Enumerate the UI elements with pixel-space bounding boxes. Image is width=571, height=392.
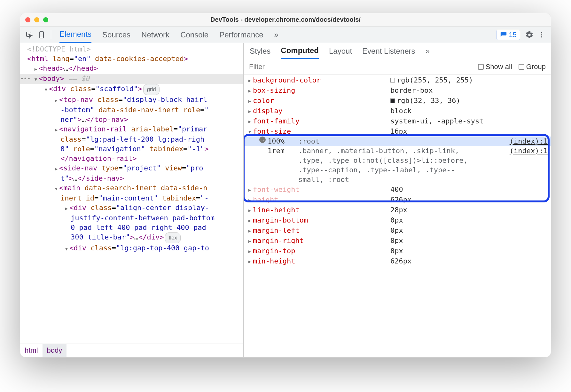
chevron-right-icon[interactable] [246,184,253,195]
chevron-right-icon[interactable] [246,215,253,225]
property-value: border-box [390,86,433,95]
computed-property[interactable]: displayblock [244,106,551,116]
chevron-right-icon[interactable] [246,195,253,205]
settings-icon[interactable] [525,30,534,40]
property-value: 16px [390,127,407,136]
chevron-right-icon[interactable] [246,246,253,256]
computed-property[interactable]: margin-right0px [244,236,551,246]
chevron-right-icon[interactable] [246,256,253,266]
dom-tree[interactable]: <!DOCTYPE html> <html lang="en" data-coo… [20,43,243,343]
source-link[interactable]: (index):1 [510,137,551,146]
property-value: system-ui, -apple-syst [390,116,483,126]
device-mode-icon[interactable] [37,30,46,40]
trace-selector: :root [298,137,477,146]
chevron-right-icon[interactable] [246,85,253,96]
computed-list[interactable]: background-colorrgb(255, 255, 255)box-si… [244,74,551,357]
layout-badge-flex[interactable]: flex [165,232,180,243]
property-name: margin-bottom [253,216,390,225]
computed-property[interactable]: box-sizingborder-box [244,85,551,96]
tabs-more-icon[interactable]: » [274,27,278,43]
computed-property[interactable]: margin-bottom0px [244,215,551,225]
computed-property[interactable]: margin-left0px [244,225,551,236]
breadcrumb-body[interactable]: body [43,344,67,357]
minimize-icon[interactable] [34,17,39,22]
property-value: 626px [390,256,411,266]
goto-source-icon[interactable]: → [259,137,266,143]
computed-property[interactable]: margin-top0px [244,246,551,256]
tab-elements[interactable]: Elements [59,27,91,43]
property-trace-row[interactable]: 1rem.banner, .material-button, .skip-lin… [244,146,551,184]
computed-property[interactable]: line-height28px [244,205,551,215]
chevron-right-icon[interactable] [53,124,59,135]
property-name: font-size [253,127,390,136]
breadcrumb-html[interactable]: html [20,344,43,357]
computed-property[interactable]: min-height626px [244,256,551,266]
expand-head-icon[interactable] [33,64,39,74]
chevron-right-icon[interactable] [246,96,253,106]
filter-bar: Show all Group [244,59,551,74]
svg-rect-1 [40,32,43,38]
breadcrumb: html body [20,343,243,357]
chevron-right-icon[interactable] [53,95,59,105]
titlebar: DevTools - developer.chrome.com/docs/dev… [20,13,551,27]
issues-button[interactable]: 15 [497,30,520,40]
main-toolbar: Elements Sources Network Console Perform… [20,27,551,43]
tab-performance[interactable]: Performance [219,27,263,43]
chevron-down-icon[interactable] [53,183,59,193]
group-checkbox[interactable]: Group [519,63,546,71]
source-link[interactable]: (index):1 [510,146,551,156]
chevron-right-icon[interactable] [246,116,253,126]
main-tabs: Elements Sources Network Console Perform… [59,27,278,43]
elements-panel: <!DOCTYPE html> <html lang="en" data-coo… [20,43,244,357]
svg-point-4 [541,36,542,37]
computed-property[interactable]: font-size16px [244,126,551,137]
chevron-right-icon[interactable] [246,205,253,215]
layout-badge-grid[interactable]: grid [143,84,159,95]
chevron-right-icon[interactable] [246,106,253,116]
kebab-menu-icon[interactable] [537,30,546,40]
chevron-down-icon[interactable] [64,243,69,254]
tab-styles[interactable]: Styles [250,43,270,59]
show-all-checkbox[interactable]: Show all [478,63,512,71]
dom-node-body[interactable]: •••<body> == $0 [20,74,243,84]
chevron-right-icon[interactable] [246,75,253,85]
chevron-right-icon[interactable] [53,163,59,174]
property-name: color [253,96,390,106]
tab-layout[interactable]: Layout [329,43,352,59]
computed-property[interactable]: font-familysystem-ui, -apple-syst [244,116,551,126]
close-icon[interactable] [25,17,30,22]
property-name: line-height [253,205,390,215]
chevron-right-icon[interactable] [64,203,69,213]
chevron-down-icon[interactable] [43,84,49,94]
tabs-more-icon[interactable]: » [426,43,430,59]
tab-sources[interactable]: Sources [102,27,130,43]
computed-property[interactable]: background-colorrgb(255, 255, 255) [244,75,551,85]
styles-panel: Styles Computed Layout Event Listeners »… [244,43,551,357]
property-name: min-height [253,256,390,266]
inspect-icon[interactable] [25,30,34,40]
computed-property[interactable]: height626px [244,195,551,205]
expand-body-icon[interactable] [33,74,39,84]
filter-input[interactable] [249,63,472,71]
property-trace-row[interactable]: →100%:root(index):1 [244,137,551,146]
svg-point-2 [541,32,542,33]
chevron-down-icon[interactable] [246,126,253,137]
maximize-icon[interactable] [43,17,48,22]
computed-property[interactable]: colorrgb(32, 33, 36) [244,96,551,106]
tab-event-listeners[interactable]: Event Listeners [362,43,415,59]
tab-network[interactable]: Network [141,27,169,43]
doctype: <!DOCTYPE html> [27,45,91,53]
sidebar-tabs: Styles Computed Layout Event Listeners » [244,43,551,59]
property-value: rgb(32, 33, 36) [390,96,460,106]
property-value: 0px [390,236,403,246]
property-name: height [253,195,390,205]
tab-computed[interactable]: Computed [281,43,319,59]
property-value: 0px [390,246,403,256]
chevron-right-icon[interactable] [246,225,253,236]
property-value: rgb(255, 255, 255) [390,75,473,85]
property-name: margin-left [253,226,390,235]
computed-property[interactable]: font-weight400 [244,184,551,195]
chevron-right-icon[interactable] [246,236,253,246]
trace-value: 1rem [268,146,298,156]
tab-console[interactable]: Console [180,27,208,43]
